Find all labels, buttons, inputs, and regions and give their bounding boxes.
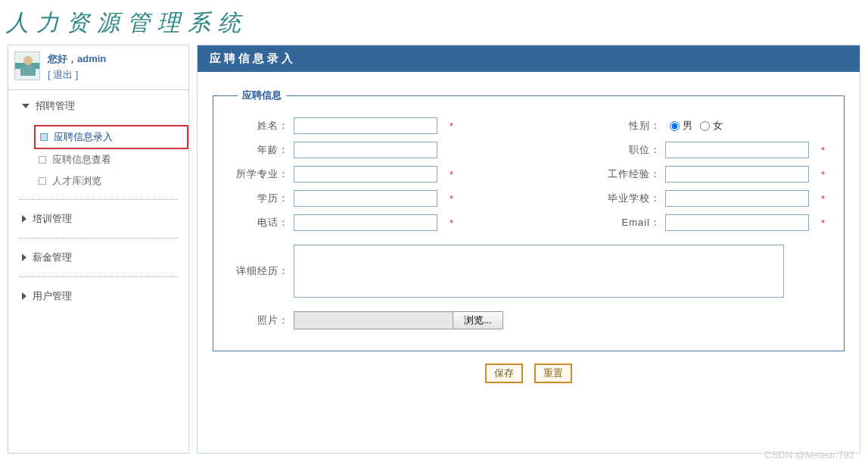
content-header: 应聘信息录入 [198,45,860,72]
greeting-text: 您好， [48,53,77,64]
square-icon [40,133,48,141]
nav-group-training[interactable]: 培训管理 [8,203,188,235]
input-major[interactable] [294,166,437,183]
nav-item-apply-entry[interactable]: 应聘信息录入 [34,125,188,149]
sidebar: 您好，admin [ 退出 ] 招聘管理 应聘信息录入 应聘信息查看 人才库浏览 [8,45,189,454]
radio-group-gender: 男 女 [665,119,817,133]
required-marker: * [450,169,457,180]
file-path-display [294,311,453,329]
nav-separator [19,199,178,200]
input-phone[interactable] [294,214,437,231]
required-marker: * [821,169,829,180]
fieldset-apply-info: 应聘信息 姓名： * 性别： 男 女 年龄： [213,89,845,351]
required-marker: * [450,120,457,132]
label-age: 年龄： [229,143,289,157]
content-panel: 应聘信息录入 应聘信息 姓名： * 性别： 男 女 [197,45,860,454]
input-school[interactable] [665,190,809,207]
nav-group-label: 薪金管理 [33,251,72,264]
radio-male-label: 男 [683,119,692,133]
label-position: 职位： [600,143,661,157]
input-experience[interactable] [665,166,809,183]
required-marker: * [821,193,829,204]
label-resume: 详细经历： [229,264,289,278]
nav-group-user[interactable]: 用户管理 [8,280,188,312]
input-email[interactable] [665,214,809,231]
required-marker: * [821,217,829,229]
radio-male[interactable] [670,121,680,131]
nav-group-label: 培训管理 [33,212,72,226]
caret-right-icon [22,215,26,223]
user-panel: 您好，admin [ 退出 ] [8,45,188,89]
nav-item-label: 应聘信息录入 [54,130,113,144]
nav-separator [19,238,178,239]
label-name: 姓名： [229,119,289,133]
input-position[interactable] [665,142,809,158]
required-marker: * [450,217,457,229]
nav-group-salary[interactable]: 薪金管理 [8,242,188,273]
square-icon [39,156,46,164]
label-email: Email： [600,216,661,229]
square-icon [39,177,46,185]
label-major: 所学专业： [229,167,289,181]
radio-female-label: 女 [713,119,723,133]
fieldset-legend: 应聘信息 [238,89,286,102]
textarea-resume[interactable] [294,245,784,298]
app-title: 人力资源管理系统 [0,0,868,45]
label-school: 毕业学校： [600,192,661,205]
input-education[interactable] [294,190,437,207]
radio-female[interactable] [700,121,710,131]
user-name: admin [77,53,106,64]
nav-item-talent-pool[interactable]: 人才库浏览 [34,170,188,192]
label-experience: 工作经验： [600,167,661,181]
nav-item-apply-view[interactable]: 应聘信息查看 [34,149,188,170]
logout-link[interactable]: [ 退出 ] [48,67,106,83]
caret-right-icon [22,292,26,300]
caret-right-icon [22,254,26,261]
nav-item-label: 应聘信息查看 [52,153,111,167]
nav-group-recruit[interactable]: 招聘管理 [8,90,188,122]
nav-group-label: 用户管理 [33,289,72,303]
nav-group-label: 招聘管理 [36,99,75,113]
watermark: CSDN @Meteor.792 [764,449,854,454]
label-gender: 性别： [600,119,661,133]
input-name[interactable] [294,117,437,134]
label-phone: 电话： [229,216,289,229]
input-age[interactable] [294,142,437,158]
avatar [14,51,40,80]
save-button[interactable]: 保存 [485,364,523,383]
reset-button[interactable]: 重置 [534,364,572,383]
browse-button[interactable]: 浏览... [453,311,503,329]
nav-item-label: 人才库浏览 [52,174,101,188]
label-photo: 照片： [229,314,289,327]
nav-separator [19,276,178,277]
label-education: 学历： [229,192,289,205]
required-marker: * [821,145,829,156]
required-marker: * [450,193,457,204]
caret-down-icon [22,104,30,108]
